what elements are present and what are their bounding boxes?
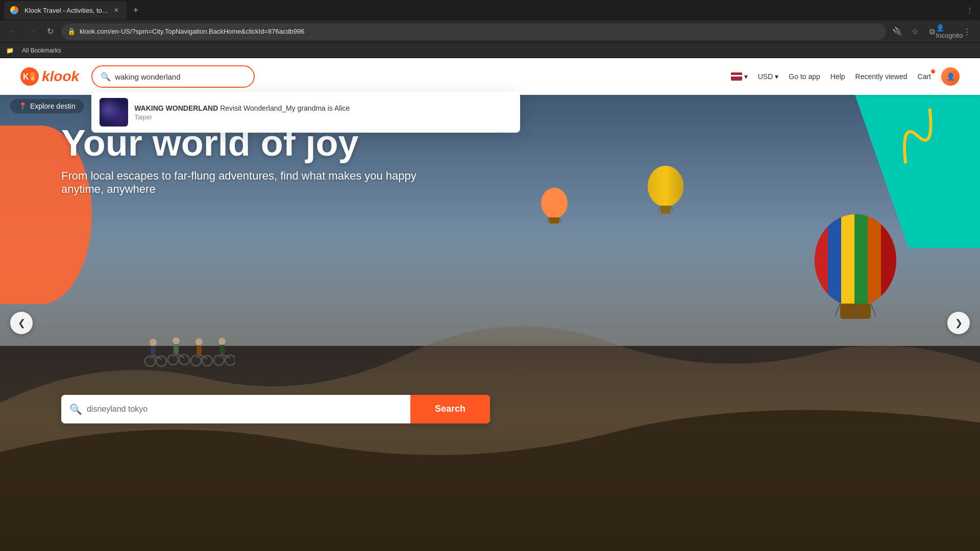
currency-label: USD (758, 72, 773, 81)
svg-point-39 (191, 356, 201, 366)
recently-viewed-link[interactable]: Recently viewed (855, 72, 908, 81)
svg-point-43 (218, 338, 226, 345)
page-content: K klook 🔍 WAKING WONDERL (0, 58, 980, 551)
svg-rect-22 (549, 217, 559, 223)
all-bookmarks-label[interactable]: All Bookmarks (22, 47, 61, 54)
avatar-initial: 👤 (946, 72, 955, 81)
svg-point-27 (145, 356, 155, 366)
svg-point-21 (541, 188, 568, 218)
currency-dropdown-icon: ▾ (775, 72, 778, 81)
hero-content: Your world of joy From local escapes to … (61, 123, 419, 196)
svg-point-25 (150, 339, 157, 346)
explore-destinations-button[interactable]: 📍 Explore destin (10, 99, 84, 113)
header-nav: ▾ USD ▾ Go to app Help Recently viewed C… (731, 67, 960, 86)
svg-line-19 (871, 304, 876, 316)
extension-icon[interactable]: 🔌 (890, 24, 904, 39)
header-search-input[interactable] (115, 72, 246, 81)
svg-text:K: K (23, 72, 29, 81)
svg-point-37 (195, 338, 203, 345)
hero-search-input[interactable] (61, 395, 410, 423)
user-avatar[interactable]: 👤 (941, 67, 960, 86)
autocomplete-thumbnail (100, 98, 128, 127)
autocomplete-title: WAKING WONDERLAND Revisit Wonderland_My … (134, 104, 512, 112)
bookmark-star-icon[interactable]: ☆ (908, 24, 922, 39)
svg-rect-44 (219, 345, 225, 354)
header-search-box[interactable]: 🔍 (91, 65, 255, 88)
profile-icon[interactable]: 👤 Incognito (942, 24, 957, 39)
cyclists-group (143, 335, 235, 378)
klook-logo-text: klook (42, 68, 79, 85)
forward-button[interactable]: → (24, 24, 39, 39)
back-button[interactable]: ← (6, 24, 20, 39)
autocomplete-info: WAKING WONDERLAND Revisit Wonderland_My … (134, 104, 512, 121)
svg-rect-13 (841, 214, 854, 306)
currency-selector[interactable]: USD ▾ (758, 72, 779, 81)
svg-line-8 (671, 206, 673, 212)
new-tab-button[interactable]: + (129, 3, 143, 17)
hero-section: 📍 Explore destin Your world of joy From … (0, 95, 980, 551)
svg-line-24 (559, 217, 561, 223)
tab-title: Klook Travel - Activities, tours, (24, 7, 109, 14)
autocomplete-subtitle: Taipei (134, 113, 512, 121)
more-options-icon[interactable]: ⋮ (960, 24, 974, 39)
svg-point-31 (173, 337, 180, 344)
tab-favicon (10, 6, 18, 14)
tab-extras: ⋮ (964, 5, 976, 16)
header-search-container: 🔍 WAKING WONDERLAND Revisit Wonderland_M… (91, 65, 255, 88)
autocomplete-title-bold: WAKING WONDERLAND (134, 104, 218, 112)
browser-tabs: Klook Travel - Activities, tours, ✕ + ⋮ (0, 0, 980, 20)
hero-search-button[interactable]: Search (410, 395, 490, 423)
carousel-left-arrow[interactable]: ❮ (10, 312, 33, 334)
svg-point-33 (168, 355, 178, 365)
svg-line-18 (835, 304, 840, 316)
klook-header: K klook 🔍 WAKING WONDERL (0, 58, 980, 95)
svg-point-5 (648, 166, 683, 207)
svg-rect-16 (881, 214, 896, 306)
language-selector[interactable]: ▾ (731, 72, 748, 81)
svg-rect-32 (174, 344, 179, 354)
svg-rect-11 (815, 214, 828, 306)
balloon-yellow (645, 163, 686, 227)
carousel-right-arrow[interactable]: ❯ (947, 312, 970, 334)
svg-rect-14 (854, 214, 868, 306)
svg-point-45 (214, 355, 224, 365)
tab-close-button[interactable]: ✕ (112, 6, 120, 14)
svg-line-7 (658, 206, 660, 212)
hero-search-icon: 🔍 (69, 403, 82, 415)
language-dropdown-icon: ▾ (744, 72, 748, 81)
svg-rect-38 (197, 345, 202, 355)
bookmarks-bar: 📁 All Bookmarks (0, 43, 980, 58)
svg-rect-6 (660, 206, 671, 214)
cart-label: Cart (918, 72, 931, 81)
explore-label: Explore destin (30, 102, 76, 110)
svg-line-23 (547, 217, 549, 223)
location-pin-icon: 📍 (18, 102, 27, 110)
go-to-app-link[interactable]: Go to app (789, 72, 820, 81)
browser-tab-active[interactable]: Klook Travel - Activities, tours, ✕ (4, 1, 127, 19)
svg-point-3 (31, 77, 35, 81)
tab-extras-button[interactable]: ⋮ (964, 5, 976, 16)
address-bar[interactable]: 🔒 (61, 23, 886, 40)
svg-point-2 (30, 72, 35, 77)
autocomplete-thumb-inner (100, 98, 128, 127)
help-link[interactable]: Help (830, 72, 845, 81)
autocomplete-dropdown: WAKING WONDERLAND Revisit Wonderland_My … (91, 92, 520, 133)
hero-subtitle: From local escapes to far-flung adventur… (61, 169, 419, 196)
klook-logo[interactable]: K klook (20, 67, 79, 86)
autocomplete-item[interactable]: WAKING WONDERLAND Revisit Wonderland_My … (91, 92, 520, 133)
balloon-colorful-large (810, 209, 901, 344)
balloon-small-center (539, 186, 570, 234)
klook-logo-icon: K (20, 67, 39, 86)
browser-toolbar: ← → ↻ 🔒 🔌 ☆ ⧉ 👤 Incognito ⋮ (0, 20, 980, 43)
svg-rect-26 (151, 346, 156, 355)
hero-search-bar: 🔍 Search (61, 395, 490, 423)
svg-rect-12 (828, 214, 841, 306)
url-input[interactable] (80, 28, 880, 35)
cart-button[interactable]: Cart (918, 72, 931, 81)
reload-button[interactable]: ↻ (43, 24, 57, 39)
cart-badge (931, 69, 935, 73)
toolbar-icons: 🔌 ☆ ⧉ 👤 Incognito ⋮ (890, 24, 974, 39)
browser-frame: Klook Travel - Activities, tours, ✕ + ⋮ … (0, 0, 980, 58)
bookmarks-folder-icon: 📁 (6, 47, 14, 54)
lock-icon: 🔒 (67, 28, 76, 35)
